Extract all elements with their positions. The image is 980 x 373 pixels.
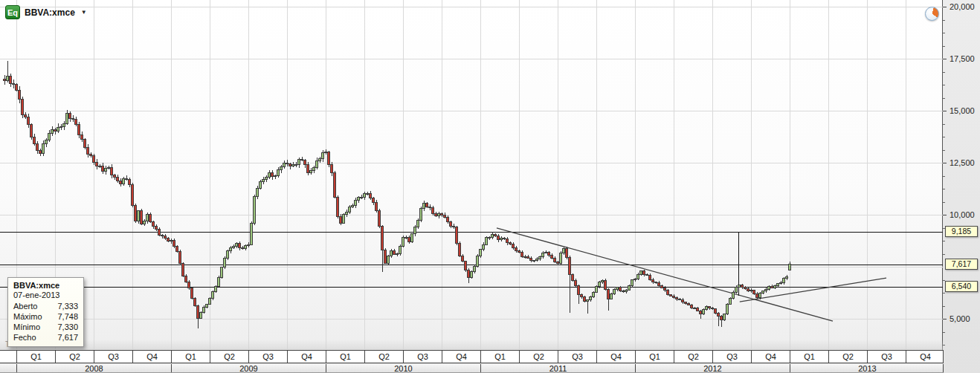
y-axis-minor-tick	[943, 189, 945, 189]
y-axis-label: 17,500	[950, 54, 975, 63]
x-axis-quarter-cell: Q1	[790, 351, 828, 363]
x-axis-year-row: 200820092010201120122013	[0, 364, 944, 373]
gridlines-layer	[0, 0, 943, 350]
tooltip-row: Máximo7,748	[13, 311, 78, 322]
y-axis-label: 10,000	[950, 210, 975, 219]
tooltip-ohlc-rows: Aberto7,333Máximo7,748Mínimo7,330Fecho7,…	[13, 301, 78, 343]
x-axis-quarter-cell: Q1	[171, 351, 210, 363]
symbol-selector[interactable]: Eq BBVA:xmce ▼	[5, 5, 87, 19]
plot-area[interactable]: Time Zone: TMG Eq BBVA:xmce ▼ BBVA:xmce …	[0, 0, 943, 350]
x-axis-quarter-cell: Q1	[480, 351, 519, 363]
tooltip-row-label: Máximo	[13, 311, 42, 322]
y-axis-minor-tick	[943, 176, 945, 177]
y-axis-minor-tick	[943, 46, 945, 47]
y-axis-minor-tick	[943, 20, 945, 21]
price-level-badge: 6,540	[945, 281, 978, 292]
x-axis-quarter-cell: Q2	[210, 351, 248, 363]
plot-bottom-strip	[0, 340, 943, 350]
y-axis-minor-tick	[943, 137, 945, 137]
tooltip-row-value: 7,330	[57, 322, 78, 332]
x-axis-year-cell: 2008	[16, 364, 171, 372]
y-axis-label: 15,000	[950, 106, 975, 115]
x-axis-quarter-cell: Q3	[867, 351, 906, 363]
y-axis-major-tick	[943, 59, 947, 59]
y-axis-minor-tick	[943, 202, 945, 203]
y-axis-major-tick	[943, 7, 947, 7]
x-axis-year-cell: 2013	[790, 364, 944, 372]
y-axis-minor-tick	[943, 306, 945, 307]
x-axis-quarter-cell: Q4	[751, 351, 790, 363]
tooltip-row-value: 7,617	[57, 332, 78, 343]
y-axis-label: 12,500	[950, 158, 975, 167]
x-axis-quarter-cell: Q3	[558, 351, 596, 363]
y-axis-major-tick	[943, 163, 947, 163]
tooltip-row-label: Fecho	[13, 332, 36, 343]
y-axis-label: 20,000	[950, 2, 975, 11]
x-axis-quarter-cell: Q4	[906, 351, 944, 363]
price-level-badge: 7,617	[945, 259, 978, 270]
y-axis-major-tick	[943, 319, 947, 320]
x-axis-quarter-cell: Q3	[712, 351, 751, 363]
y-axis-minor-tick	[943, 124, 945, 125]
x-axis-quarter-cell: Q4	[596, 351, 635, 363]
x-axis-quarter-cell: Q3	[403, 351, 442, 363]
y-axis-minor-tick	[943, 254, 945, 255]
x-axis-quarter-cell: Q4	[287, 351, 326, 363]
tooltip-row-value: 7,748	[57, 311, 78, 322]
x-axis-quarter-cell: Q2	[364, 351, 403, 363]
x-axis-quarter-cell: Q1	[16, 351, 55, 363]
y-axis-minor-tick	[943, 293, 945, 293]
x-axis-quarter-cell: Q1	[326, 351, 364, 363]
y-axis-major-tick	[943, 111, 947, 111]
tooltip-row-value: 7,333	[57, 301, 78, 311]
tooltip-row: Mínimo7,330	[13, 322, 78, 332]
x-axis-quarter-cell: Q4	[132, 351, 171, 363]
price-level-badge: 9,185	[945, 226, 978, 237]
y-axis-minor-tick	[943, 345, 945, 346]
y-axis-minor-tick	[943, 332, 945, 333]
tooltip-row-label: Mínimo	[13, 322, 40, 332]
x-axis-quarter-cell: Q2	[828, 351, 867, 363]
chevron-down-icon[interactable]: ▼	[81, 9, 87, 16]
y-axis-minor-tick	[943, 33, 945, 33]
y-axis-minor-tick	[943, 150, 945, 151]
y-axis: 20,00017,50015,00012,50010,0005,0009,185…	[943, 0, 980, 373]
x-axis-quarter-cell: Q2	[55, 351, 94, 363]
x-axis-quarter-cell: Q3	[94, 351, 132, 363]
x-axis-year-cell: 2009	[171, 364, 326, 372]
y-axis-minor-tick	[943, 85, 945, 85]
x-axis-quarter-row: Q1Q2Q3Q4Q1Q2Q3Q4Q1Q2Q3Q4Q1Q2Q3Q4Q1Q2Q3Q4…	[0, 350, 944, 363]
tooltip-row: Aberto7,333	[13, 301, 78, 311]
y-axis-label: 5,000	[950, 314, 970, 323]
candles-layer	[4, 61, 791, 328]
x-axis-quarter-cell: Q2	[519, 351, 558, 363]
x-axis-right-border	[943, 351, 944, 363]
x-axis-year-cell: 2010	[326, 364, 480, 372]
x-axis-year-cell: 2012	[635, 364, 790, 372]
chart-application: Time Zone: TMG Eq BBVA:xmce ▼ BBVA:xmce …	[0, 0, 980, 373]
symbol-label: BBVA:xmce	[25, 7, 75, 18]
tooltip-symbol: BBVA:xmce	[13, 281, 78, 290]
tooltip-row: Fecho7,617	[13, 332, 78, 343]
x-axis-quarter-cell: Q3	[248, 351, 287, 363]
y-axis-major-tick	[943, 215, 947, 215]
tooltip-date: 07-ene-2013	[13, 291, 78, 299]
tooltip-row-label: Aberto	[13, 301, 37, 311]
x-axis-quarter-cell: Q1	[635, 351, 674, 363]
y-axis-minor-tick	[943, 241, 945, 241]
x-axis-right-border	[943, 364, 944, 372]
y-axis-minor-tick	[943, 98, 945, 99]
equity-type-icon: Eq	[5, 5, 20, 19]
x-axis-quarter-cell: Q2	[674, 351, 712, 363]
ohlc-tooltip: BBVA:xmce 07-ene-2013 Aberto7,333Máximo7…	[7, 277, 84, 347]
x-axis-quarter-cell: Q4	[442, 351, 480, 363]
y-axis-minor-tick	[943, 72, 945, 73]
delayed-data-clock-icon[interactable]	[925, 7, 939, 21]
x-axis-year-cell: 2011	[480, 364, 635, 372]
candlestick-chart[interactable]	[0, 0, 943, 350]
